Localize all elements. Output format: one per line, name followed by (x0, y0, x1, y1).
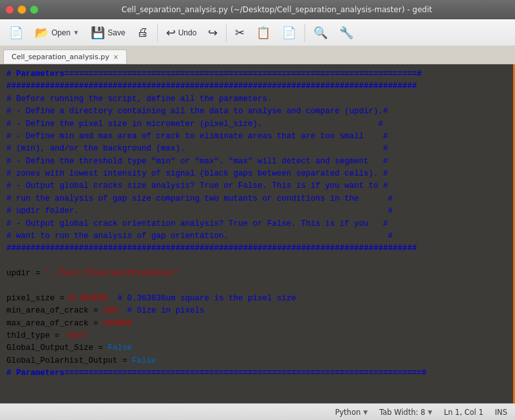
editor: # Parameters============================… (0, 64, 515, 403)
save-label: Save (108, 28, 125, 37)
tab-bar: Cell_separation_analysis.py × (0, 46, 515, 64)
print-button[interactable]: 🖨 (132, 23, 154, 42)
open-dropdown-icon: ▼ (73, 29, 79, 36)
code-area[interactable]: # Parameters============================… (0, 64, 515, 403)
paste-icon: 📄 (282, 26, 296, 40)
redo-button[interactable]: ↪ (203, 23, 223, 42)
print-icon: 🖨 (137, 26, 149, 39)
window-title: Cell_separation_analysis.py (~/Desktop/C… (44, 5, 510, 14)
tab-cell-separation[interactable]: Cell_separation_analysis.py × (3, 50, 127, 64)
toolbar-separator-2 (226, 24, 227, 42)
language-label: Python (335, 408, 360, 417)
language-dropdown-icon: ▼ (363, 409, 368, 415)
tab-width-status[interactable]: Tab Width: 8 ▼ (379, 408, 432, 417)
mode-label: INS (495, 408, 507, 417)
new-icon: 📄 (9, 26, 23, 40)
open-button[interactable]: 📂 Open ▼ (30, 23, 84, 42)
toolbar: 📄 📂 Open ▼ 💾 Save 🖨 ↩ Undo ↪ ✂ 📋 📄 🔍 🔧 (0, 19, 515, 46)
language-status[interactable]: Python ▼ (335, 408, 368, 417)
copy-icon: 📋 (256, 26, 270, 40)
mode-status: INS (495, 408, 507, 417)
open-label: Open (52, 28, 70, 37)
undo-button[interactable]: ↩ Undo (161, 23, 202, 42)
tab-label: Cell_separation_analysis.py (12, 53, 109, 61)
save-button[interactable]: 💾 Save (86, 23, 130, 42)
tab-width-label: Tab Width: 8 (379, 408, 425, 417)
maximize-button[interactable] (30, 5, 39, 14)
redo-icon: ↪ (208, 26, 218, 40)
window-controls[interactable] (5, 5, 39, 14)
toolbar-separator-3 (304, 24, 305, 42)
cut-button[interactable]: ✂ (230, 23, 250, 42)
title-bar: Cell_separation_analysis.py (~/Desktop/C… (0, 0, 515, 19)
paste-button[interactable]: 📄 (277, 23, 301, 42)
close-button[interactable] (5, 5, 14, 14)
cut-icon: ✂ (235, 26, 245, 40)
find-icon: 🔍 (314, 26, 328, 40)
replace-icon: 🔧 (339, 26, 353, 40)
code-content: # Parameters============================… (6, 68, 509, 379)
position-status: Ln 1, Col 1 (444, 408, 483, 417)
undo-icon: ↩ (166, 26, 176, 40)
new-button[interactable]: 📄 (4, 23, 28, 42)
tabwidth-dropdown-icon: ▼ (428, 409, 433, 415)
copy-button[interactable]: 📋 (251, 23, 276, 42)
status-bar: Python ▼ Tab Width: 8 ▼ Ln 1, Col 1 INS (0, 403, 515, 420)
replace-button[interactable]: 🔧 (334, 23, 359, 42)
minimize-button[interactable] (17, 5, 26, 14)
position-label: Ln 1, Col 1 (444, 408, 483, 417)
undo-label: Undo (178, 28, 197, 37)
tab-close-button[interactable]: × (113, 53, 118, 60)
find-button[interactable]: 🔍 (308, 23, 333, 42)
open-icon: 📂 (35, 26, 49, 40)
save-icon: 💾 (91, 26, 105, 40)
toolbar-separator-1 (157, 24, 158, 42)
